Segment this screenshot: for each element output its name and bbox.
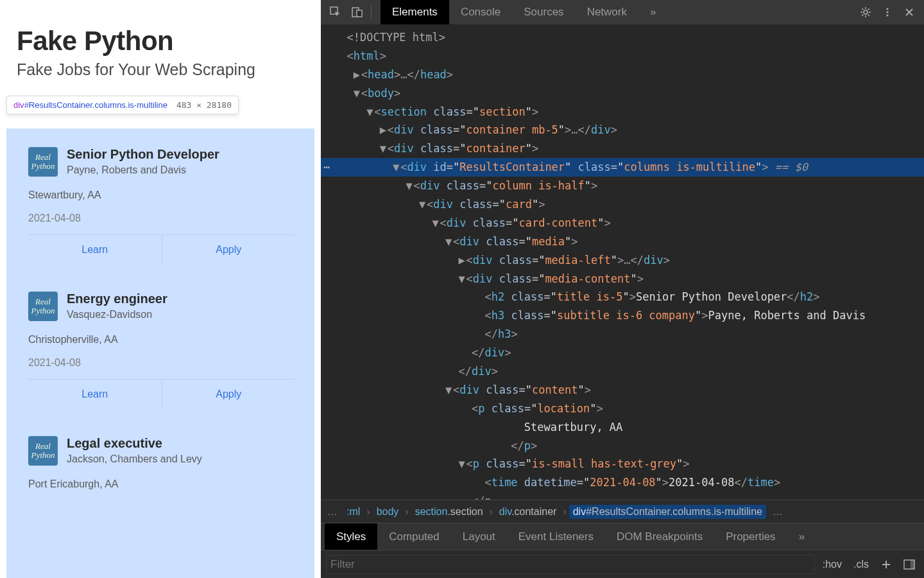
job-cards-container: Real Python Senior Python Developer Payn… <box>19 138 304 502</box>
breadcrumb-seg[interactable]: body <box>373 505 403 519</box>
dom-doctype: <!DOCTYPE html> <box>346 31 445 44</box>
job-company: Payne, Roberts and Davis <box>67 164 219 176</box>
job-card: Real Python Energy engineer Vasquez-Davi… <box>19 283 304 409</box>
rendered-page-pane: Fake Python Fake Jobs for Your Web Scrap… <box>0 0 321 578</box>
tab-network[interactable]: Network <box>576 0 638 24</box>
svg-rect-8 <box>911 560 914 569</box>
job-logo: Real Python <box>28 292 58 321</box>
job-card: Real Python Senior Python Developer Payn… <box>19 138 304 265</box>
learn-link[interactable]: Learn <box>28 380 162 409</box>
job-title: Legal executive <box>67 436 202 451</box>
job-location: Port Ericaburgh, AA <box>28 478 295 490</box>
job-logo: Real Python <box>28 147 58 177</box>
breadcrumb-seg-active[interactable]: div#ResultsContainer.columns.is-multilin… <box>569 505 766 519</box>
cls-toggle[interactable]: .cls <box>850 557 873 572</box>
job-logo: Real Python <box>28 436 58 466</box>
breadcrumb-seg[interactable]: section.section <box>411 505 487 519</box>
close-devtools-icon[interactable] <box>900 3 919 21</box>
styles-tabs-overflow[interactable]: » <box>787 523 816 550</box>
devtools-topbar: Elements Console Sources Network » <box>321 0 924 24</box>
breadcrumb-seg[interactable]: :ml <box>343 505 364 519</box>
tab-styles[interactable]: Styles <box>325 523 377 550</box>
styles-filter-input[interactable] <box>326 555 815 574</box>
hov-toggle[interactable]: :hov <box>819 557 846 572</box>
elements-tree[interactable]: <!DOCTYPE html> <html> ▶<head>…</head> ▼… <box>321 24 924 500</box>
new-style-rule-icon[interactable] <box>877 556 896 574</box>
tab-computed[interactable]: Computed <box>377 523 450 550</box>
page-subtitle: Fake Jobs for Your Web Scraping <box>17 60 304 79</box>
tab-event-listeners[interactable]: Event Listeners <box>507 523 605 550</box>
toggle-sidebar-icon[interactable] <box>900 556 919 574</box>
svg-point-6 <box>886 14 888 16</box>
inspect-element-icon[interactable] <box>326 3 345 21</box>
learn-link[interactable]: Learn <box>28 235 162 265</box>
job-title: Senior Python Developer <box>67 147 219 162</box>
tab-dom-breakpoints[interactable]: DOM Breakpoints <box>605 523 714 550</box>
tab-layout[interactable]: Layout <box>451 523 507 550</box>
devtools-tabs: Elements Console Sources Network » <box>381 0 667 24</box>
breadcrumb-trailing: … <box>773 506 783 518</box>
tab-properties[interactable]: Properties <box>714 523 787 550</box>
settings-gear-icon[interactable] <box>856 3 875 21</box>
job-title: Energy engineer <box>67 292 167 306</box>
devtools-panel: Elements Console Sources Network » <!DOC… <box>321 0 924 578</box>
apply-link[interactable]: Apply <box>162 380 296 409</box>
page-title: Fake Python <box>17 26 304 57</box>
svg-point-5 <box>886 11 888 13</box>
styles-pane-tabs: Styles Computed Layout Event Listeners D… <box>321 523 924 550</box>
tab-console[interactable]: Console <box>449 0 512 24</box>
job-company: Jackson, Chambers and Levy <box>67 453 202 465</box>
kebab-menu-icon[interactable] <box>878 3 897 21</box>
tab-elements[interactable]: Elements <box>381 0 449 24</box>
job-date: 2021-04-08 <box>28 213 295 224</box>
tooltip-selector: #ResultsContainer.columns.is-multiline <box>24 100 167 110</box>
elements-breadcrumb[interactable]: … :ml › body › section.section › div.con… <box>321 500 924 523</box>
job-company: Vasquez-Davidson <box>67 309 167 320</box>
job-location: Stewartbury, AA <box>28 189 295 201</box>
svg-rect-2 <box>357 10 362 17</box>
styles-filter-bar: :hov .cls <box>321 550 924 578</box>
breadcrumb-ellipsis: … <box>327 506 338 518</box>
tab-sources[interactable]: Sources <box>512 0 575 24</box>
svg-point-4 <box>886 8 888 10</box>
svg-point-3 <box>864 10 868 14</box>
tooltip-dimensions: 483 × 28180 <box>176 100 232 110</box>
logo-text: Real Python <box>28 297 58 315</box>
device-toolbar-icon[interactable] <box>348 3 367 21</box>
job-card: Real Python Legal executive Jackson, Cha… <box>19 427 304 502</box>
breadcrumb-seg[interactable]: div.container <box>495 505 561 519</box>
job-location: Christopherville, AA <box>28 334 295 346</box>
tabs-overflow[interactable]: » <box>638 0 667 24</box>
logo-text: Real Python <box>28 153 58 170</box>
dom-selected-row[interactable]: ⋯ ▼<div id="ResultsContainer" class="col… <box>321 158 924 177</box>
inspect-tooltip: div#ResultsContainer.columns.is-multilin… <box>6 96 239 114</box>
logo-text: Real Python <box>28 442 58 459</box>
job-date: 2021-04-08 <box>28 357 295 369</box>
apply-link[interactable]: Apply <box>162 235 296 265</box>
tooltip-tag: div <box>13 100 24 110</box>
